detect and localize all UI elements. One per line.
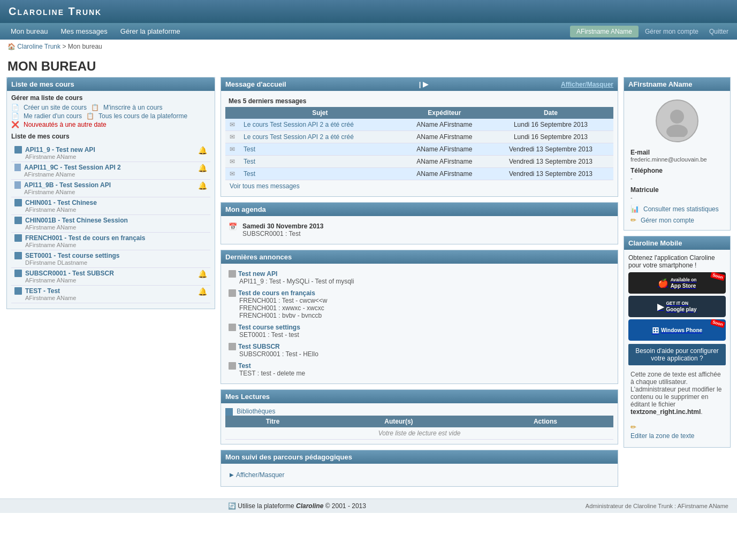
suivi-toggle: ▶ Afficher/Masquer [225,468,613,482]
announce-icon [229,324,236,331]
msg-sender: AName AFirstname [401,131,488,143]
nav-mon-bureau[interactable]: Mon bureau [4,23,54,40]
footer-logo-icon: 🔄 [228,502,236,510]
course-link[interactable]: API11_9B - Test Session API [24,181,111,189]
ios-label: Available onApp Store [671,277,697,289]
course-icon [14,217,22,224]
msg-icon: ✉ [225,119,239,131]
course-list-body: Gérer ma liste de cours 📄 Créer un site … [7,91,215,309]
triangle-icon: ▶ [230,472,234,478]
announce-link[interactable]: Test course settings [238,324,300,331]
all-courses-icon: 📋 [86,112,94,120]
msg-subject-link[interactable]: Le cours Test Session API 2 a été créé [244,133,354,141]
msg-icon: ✉ [225,143,239,156]
announce-link[interactable]: Test de cours en français [238,289,315,297]
course-icon [14,234,22,242]
suivi-toggle-link[interactable]: Afficher/Masquer [236,471,285,479]
suivi-body: ▶ Afficher/Masquer [221,464,618,486]
account-link[interactable]: Gérer mon compte [641,217,694,224]
profile-header: AFirstname AName [624,78,730,91]
see-all-link[interactable]: Voir tous mes messages [230,182,300,190]
libraries-link[interactable]: Bibliothèques [237,408,275,415]
enroll-icon: 📋 [91,104,99,111]
course-link[interactable]: AAPI11_9C - Test Session API 2 [24,164,121,171]
navbar-right: AFirstname AName Gérer mon compte Quitte… [570,26,733,37]
msg-subject-link[interactable]: Test [244,170,255,178]
announce-icon [229,362,236,370]
breadcrumb-root[interactable]: Claroline Trunk [17,43,60,50]
course-link[interactable]: TEST - Test [25,287,60,295]
withdraw-course-row: 📄 Me radier d'un cours 📋 Tous les cours … [11,112,210,120]
page-title-area: MON BUREAU [0,53,737,77]
announce-link[interactable]: Test [238,362,251,370]
stats-link[interactable]: Consulter mes statistiques [643,205,719,213]
msg-col-date: Date [488,107,613,119]
nav-gerer-plateforme[interactable]: Gérer la plateforme [114,23,187,40]
withdraw-link[interactable]: Me radier d'un cours [24,112,82,120]
announce-link[interactable]: Test SUBSCR [238,343,280,350]
course-icon [14,252,22,259]
course-link[interactable]: CHIN001B - Test Chinese Session [25,217,128,224]
course-link[interactable]: FRENCH001 - Test de cours en français [25,234,146,242]
help-btn[interactable]: Besoin d'aide pour configurer votre appl… [628,344,726,365]
notify-icon[interactable]: 🔔 [198,287,207,296]
profile-matricule-section: Matricule - [628,184,726,203]
agenda-panel: Mon agenda 📅 Samedi 30 Novembre 2013 SUB… [221,202,618,244]
mobile-body: Obtenez l'application Claroline pour vot… [624,250,730,447]
course-link[interactable]: SET0001 - Test course settings [25,252,120,259]
notify-icon[interactable]: 🔔 [198,146,207,155]
course-link[interactable]: API11_9 - Test new API [25,146,95,154]
lec-col-actions: Actions [477,416,613,427]
announce-icon [229,270,236,278]
announcements-header: Dernières annonces [221,250,618,264]
create-course-link[interactable]: Créer un site de cours [24,104,87,111]
edit-pencil-icon: ✏ [630,423,636,431]
android-icon: ▶ [657,302,664,312]
ios-app-store-link[interactable]: 🍎 Available onApp Store Soon [628,272,726,294]
footer-copyright: © 2001 - 2013 [325,502,366,510]
msg-subject-link[interactable]: Test [244,158,255,165]
course-item: FRENCH001 - Test de cours en français AF… [11,233,210,250]
msg-sender: AName AFirstname [401,119,488,131]
profile-panel: AFirstname AName E-mail frederic.minne@u… [624,77,731,231]
course-link[interactable]: SUBSCR0001 - Test SUBSCR [25,270,114,277]
notify-icon[interactable]: 🔔 [198,181,207,190]
course-item: CHIN001 - Test Chinese AFirstname AName [11,197,210,215]
left-column: Liste de mes cours Gérer ma liste de cou… [6,77,215,492]
announce-body-1-1: FRENCH001 : xwwxc - xwcxc [229,304,610,312]
announce-item: Test course settings SET0001 : Test - te… [225,321,613,341]
matricule-label: Matricule [630,186,724,194]
edit-zone: ✏ Editer la zone de texte [630,423,724,441]
email-label: E-mail [630,149,724,156]
messages-table: Sujet Expéditeur Date ✉ Le cours Test Se… [225,107,613,180]
all-courses-link[interactable]: Tous les cours de la plateforme [98,112,187,120]
novelties-row: ❌ Nouveautés à une autre date [11,121,210,128]
msg-date: Lundi 16 Septembre 2013 [488,119,613,131]
notify-icon[interactable]: 🔔 [198,270,207,278]
windows-app-store-link[interactable]: ⊞ Windows Phone Soon [628,319,726,341]
msg-subject-link[interactable]: Test [244,145,255,153]
course-icon [14,270,22,277]
apple-icon: 🍎 [658,278,668,288]
nav-gerer-compte[interactable]: Gérer mon compte [641,26,703,37]
nav-mes-messages[interactable]: Mes messages [54,23,113,40]
msg-date: Vendredi 13 Septembre 2013 [488,156,613,168]
notify-icon[interactable]: 🔔 [198,164,207,172]
mobile-panel: Claroline Mobile Obtenez l'application C… [624,236,731,448]
footer: 🔄 Utilise la plateforme Claroline © 2001… [0,498,737,513]
enroll-link[interactable]: M'inscrire à un cours [103,104,162,111]
announcements-body: Test new API API11_9 : Test - MySQLi - T… [221,264,618,383]
msg-subject-link[interactable]: Le cours Test Session API 2 a été créé [244,121,354,128]
course-link[interactable]: CHIN001 - Test Chinese [25,199,97,206]
android-app-store-link[interactable]: ▶ GET IT ONGoogle play [628,296,726,317]
announce-link[interactable]: Test new API [238,270,277,278]
email-value: frederic.minne@uclouvain.be [630,156,724,163]
novelties-link[interactable]: Nouveautés à une autre date [24,121,107,128]
announce-body-2: SET0001 : Test - test [229,331,610,339]
profile-body: E-mail frederic.minne@uclouvain.be Télép… [624,91,730,230]
messages-toggle-link[interactable]: Afficher/Masquer [561,81,613,88]
edit-zone-link[interactable]: Editer la zone de texte [630,431,724,441]
nav-quitter[interactable]: Quitter [705,26,733,37]
course-icon [14,146,22,154]
courses-list: API11_9 - Test new API AFirstname AName … [11,142,210,305]
